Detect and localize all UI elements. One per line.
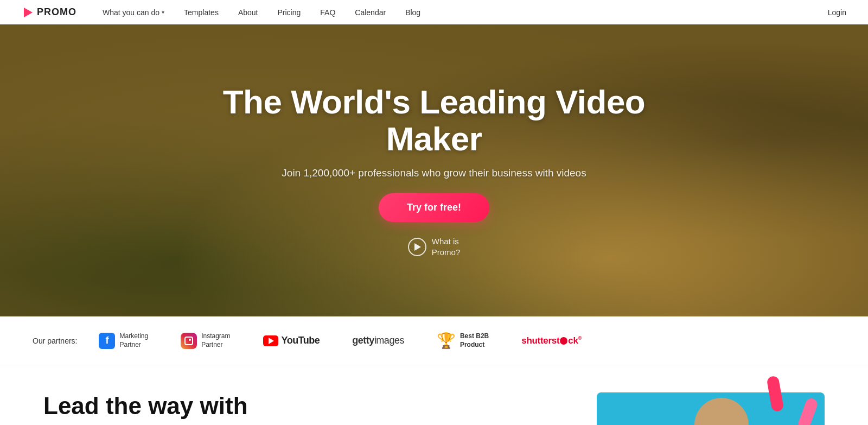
partners-label: Our partners: — [33, 337, 77, 345]
logo[interactable]: PROMO — [22, 7, 76, 18]
bottom-text-area: Lead the way with — [43, 392, 418, 420]
what-is-promo-button[interactable]: What isPromo? — [408, 236, 461, 257]
partner-b2b: 🏆 Best B2BProduct — [437, 332, 489, 350]
hero-title: The World's Leading Video Maker — [190, 84, 678, 157]
logo-text: PROMO — [37, 7, 76, 18]
chevron-down-icon: ▾ — [162, 9, 164, 15]
login-link[interactable]: Login — [828, 8, 846, 17]
hero-subtitle: Join 1,200,000+ professionals who grow t… — [282, 167, 586, 179]
person-avatar — [694, 398, 749, 425]
nav-item-templates[interactable]: Templates — [174, 0, 228, 24]
bottom-heading: Lead the way with — [43, 392, 418, 420]
partner-youtube: YouTube — [263, 335, 320, 346]
nav-item-blog[interactable]: Blog — [395, 0, 430, 24]
youtube-label: YouTube — [282, 335, 320, 346]
partners-bar: Our partners: f MarketingPartner Instagr… — [0, 316, 868, 365]
instagram-icon — [181, 333, 197, 349]
svg-marker-0 — [24, 8, 33, 17]
nav-item-pricing[interactable]: Pricing — [267, 0, 310, 24]
partner-facebook: f MarketingPartner — [99, 332, 148, 349]
nav-item-calendar[interactable]: Calendar — [345, 0, 395, 24]
partner-gettyimages: gettyimages — [352, 335, 404, 346]
youtube-icon — [263, 335, 278, 346]
hero-section: The World's Leading Video Maker Join 1,2… — [0, 24, 868, 316]
bottom-section: Lead the way with — [0, 365, 868, 425]
trophy-icon: 🏆 — [437, 332, 456, 350]
blue-video-preview — [597, 392, 825, 425]
gettyimages-label: gettyimages — [352, 335, 404, 346]
partners-list: f MarketingPartner InstagramPartner YouT… — [99, 332, 835, 350]
hero-content: The World's Leading Video Maker Join 1,2… — [190, 84, 678, 257]
try-for-free-button[interactable]: Try for free! — [379, 193, 489, 222]
nav-links: What you can do ▾ Templates About Pricin… — [93, 0, 828, 24]
facebook-label: MarketingPartner — [119, 332, 148, 349]
b2b-label: Best B2BProduct — [460, 332, 489, 349]
partner-shutterstock: shutterstck® — [521, 335, 582, 346]
bottom-right-visual — [450, 392, 825, 425]
play-triangle-icon — [414, 243, 421, 251]
what-is-promo-label: What isPromo? — [432, 236, 461, 257]
partner-instagram: InstagramPartner — [181, 332, 230, 349]
navbar: PROMO What you can do ▾ Templates About … — [0, 0, 868, 24]
nav-item-faq[interactable]: FAQ — [310, 0, 345, 24]
facebook-icon: f — [99, 333, 115, 349]
nav-item-about[interactable]: About — [228, 0, 268, 24]
nav-item-what-you-can-do[interactable]: What you can do ▾ — [93, 0, 174, 24]
shutterstock-label: shutterstck® — [521, 335, 582, 346]
logo-icon — [22, 7, 34, 18]
instagram-label: InstagramPartner — [201, 332, 230, 349]
play-circle-icon — [408, 238, 426, 256]
